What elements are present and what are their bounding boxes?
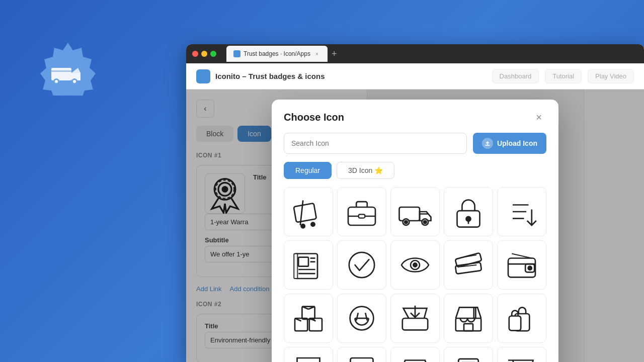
app-header: Iconito – Trust badges & icons Dashboard… bbox=[186, 63, 644, 89]
svg-point-7 bbox=[73, 80, 76, 83]
icon-storefront2[interactable] bbox=[390, 347, 440, 362]
svg-point-48 bbox=[528, 266, 532, 270]
svg-rect-20 bbox=[399, 207, 420, 221]
icon-sort-text[interactable] bbox=[497, 187, 546, 236]
app-title: Iconito – Trust badges & icons bbox=[215, 72, 325, 80]
modal-close-button[interactable]: × bbox=[531, 110, 546, 125]
play-video-button[interactable]: Play Video bbox=[588, 69, 634, 83]
icon-pos[interactable] bbox=[444, 347, 493, 362]
icon-shopping-bags[interactable] bbox=[497, 294, 546, 343]
svg-point-41 bbox=[413, 263, 417, 266]
icon-checkmark[interactable] bbox=[337, 240, 386, 290]
icon-inbox-down[interactable] bbox=[390, 294, 440, 343]
app-logo: Iconito – Trust badges & icons bbox=[196, 69, 325, 83]
icons-grid bbox=[272, 187, 558, 362]
svg-point-39 bbox=[349, 252, 374, 278]
maximize-button[interactable] bbox=[210, 51, 216, 57]
app-logo-icon bbox=[196, 69, 210, 83]
tab-close-button[interactable]: × bbox=[313, 50, 320, 57]
svg-rect-63 bbox=[474, 307, 476, 318]
close-button[interactable] bbox=[192, 51, 198, 57]
tutorial-button[interactable]: Tutorial bbox=[545, 69, 582, 83]
dashboard-button[interactable]: Dashboard bbox=[492, 69, 539, 83]
svg-rect-65 bbox=[509, 316, 521, 331]
filter-tabs: Regular 3D Icon ⭐ bbox=[272, 162, 558, 187]
active-tab[interactable]: Trust badges · Icon/Apps × bbox=[226, 46, 328, 62]
search-icon-input[interactable] bbox=[284, 133, 467, 154]
icon-eye[interactable] bbox=[390, 240, 440, 290]
icon-storefront[interactable] bbox=[444, 294, 493, 343]
upload-icon bbox=[482, 138, 493, 149]
icon-boxes[interactable] bbox=[284, 294, 333, 343]
browser-window: Trust badges · Icon/Apps × + Iconito – T… bbox=[186, 44, 644, 362]
desktop-badge bbox=[40, 40, 96, 96]
icon-newspaper[interactable] bbox=[284, 240, 333, 290]
svg-rect-58 bbox=[403, 318, 428, 330]
svg-rect-50 bbox=[309, 318, 322, 331]
browser-content: Iconito – Trust badges & icons Dashboard… bbox=[186, 63, 644, 362]
icon-tickets[interactable] bbox=[444, 240, 493, 290]
svg-rect-61 bbox=[464, 324, 473, 331]
svg-rect-13 bbox=[294, 203, 316, 222]
traffic-lights bbox=[192, 51, 216, 57]
svg-rect-1 bbox=[51, 68, 71, 80]
svg-rect-43 bbox=[455, 262, 481, 274]
svg-rect-19 bbox=[359, 214, 365, 218]
modal-search-row: Upload Icon bbox=[272, 133, 558, 162]
icon-filing-cabinet[interactable] bbox=[337, 347, 386, 362]
modal-title: Choose Icon bbox=[284, 112, 344, 123]
svg-point-16 bbox=[311, 223, 314, 226]
svg-rect-77 bbox=[458, 359, 478, 362]
svg-point-5 bbox=[55, 80, 58, 83]
icon-basket[interactable] bbox=[337, 294, 386, 343]
icon-lock[interactable] bbox=[444, 187, 493, 236]
icon-cart-down[interactable] bbox=[497, 347, 546, 362]
filter-regular-tab[interactable]: Regular bbox=[284, 162, 332, 179]
minimize-button[interactable] bbox=[201, 51, 207, 57]
svg-point-27 bbox=[466, 217, 471, 221]
upload-icon-label: Upload Icon bbox=[497, 139, 537, 147]
filter-3d-tab[interactable]: 3D Icon ⭐ bbox=[337, 162, 394, 179]
icon-receipt[interactable] bbox=[284, 347, 333, 362]
svg-point-15 bbox=[301, 224, 305, 228]
svg-rect-8 bbox=[51, 70, 71, 72]
icon-cart-tilt[interactable] bbox=[284, 187, 333, 236]
svg-point-23 bbox=[405, 221, 407, 223]
icon-wallet[interactable] bbox=[497, 240, 546, 290]
tab-favicon bbox=[233, 50, 240, 57]
svg-rect-69 bbox=[351, 358, 373, 362]
modal-overlay: Choose Icon × bbox=[186, 89, 644, 362]
svg-rect-49 bbox=[295, 318, 307, 331]
icon-briefcase[interactable] bbox=[337, 187, 386, 236]
browser-titlebar: Trust badges · Icon/Apps × + bbox=[186, 44, 644, 63]
svg-rect-38 bbox=[294, 254, 297, 279]
choose-icon-modal: Choose Icon × bbox=[272, 100, 558, 362]
upload-icon-button[interactable]: Upload Icon bbox=[473, 133, 546, 154]
header-right: Dashboard Tutorial Play Video bbox=[492, 69, 634, 83]
svg-point-24 bbox=[424, 221, 426, 223]
svg-rect-33 bbox=[298, 257, 308, 266]
svg-rect-51 bbox=[302, 307, 314, 319]
new-tab-button[interactable]: + bbox=[328, 49, 341, 59]
app-main: ‹ Block Icon ICON #1 bbox=[186, 89, 644, 362]
browser-tabs: Trust badges · Icon/Apps × + bbox=[226, 46, 341, 62]
modal-header: Choose Icon × bbox=[272, 100, 558, 133]
icon-delivery-truck[interactable] bbox=[390, 187, 440, 236]
tab-label: Trust badges · Icon/Apps bbox=[244, 50, 310, 57]
